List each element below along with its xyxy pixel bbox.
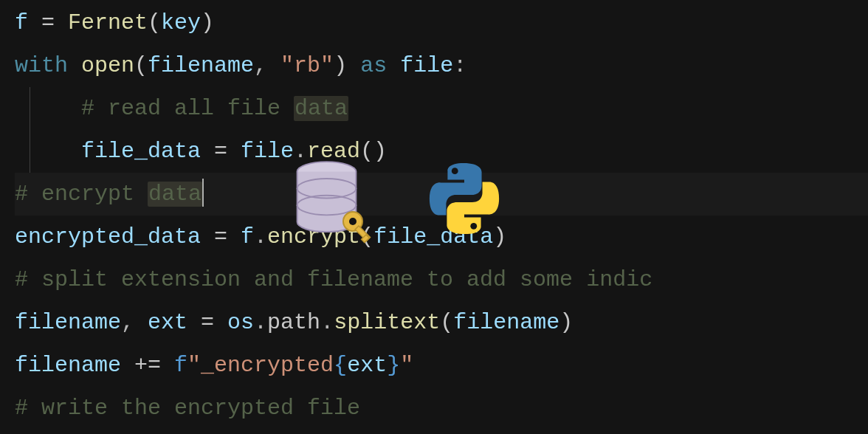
code-line[interactable]: filename, ext = os.path.splitext(filenam… <box>15 301 868 344</box>
comma: , <box>254 53 280 78</box>
dot: . <box>254 310 267 335</box>
variable: f <box>241 224 254 249</box>
paren: ( <box>148 10 161 35</box>
argument: key <box>161 10 201 35</box>
fstring-brace: } <box>387 353 400 378</box>
string-literal: "rb" <box>280 53 334 78</box>
key-icon <box>340 208 378 263</box>
property: path <box>267 310 320 335</box>
space <box>347 53 360 78</box>
comment: # read all file <box>81 96 294 121</box>
colon: : <box>453 53 466 78</box>
space <box>387 53 400 78</box>
operator: = <box>201 224 241 249</box>
function-call: Fernet <box>68 10 148 35</box>
highlighted-word: data <box>148 182 202 207</box>
keyword: as <box>360 53 387 78</box>
dot: . <box>254 224 267 249</box>
argument: filename <box>453 310 559 335</box>
string-literal: "_encrypted <box>187 353 334 378</box>
variable: ext <box>148 310 187 335</box>
fstring-brace: { <box>334 353 347 378</box>
svg-point-8 <box>470 223 477 230</box>
variable: file <box>241 139 294 164</box>
operator: = <box>28 10 68 35</box>
variable: filename <box>15 310 121 335</box>
keyword: with <box>15 53 68 78</box>
svg-point-7 <box>452 168 458 174</box>
fstring-variable: ext <box>347 353 387 378</box>
variable: file_data <box>81 139 201 164</box>
fstring-prefix: f <box>174 353 187 378</box>
highlighted-word: data <box>294 96 348 121</box>
variable: encrypted_data <box>15 224 201 249</box>
code-line[interactable]: # read all file data <box>15 87 868 130</box>
module: os <box>227 310 254 335</box>
variable: f <box>15 10 28 35</box>
comment: # split extension and filename to add so… <box>15 267 652 292</box>
method-call: splitext <box>334 310 440 335</box>
code-line[interactable]: f = Fernet(key) <box>15 1 868 44</box>
operator: = <box>187 310 227 335</box>
paren: ( <box>440 310 453 335</box>
builtin-function: open <box>81 53 134 78</box>
operator: = <box>201 139 241 164</box>
database-with-key-icon <box>292 160 362 254</box>
text-cursor <box>202 179 204 207</box>
dot: . <box>320 310 334 335</box>
argument: filename <box>148 53 254 78</box>
string-literal: " <box>400 353 413 378</box>
indent <box>15 139 81 164</box>
code-line[interactable]: # split extension and filename to add so… <box>15 258 868 301</box>
comma: , <box>121 310 148 335</box>
paren: ) <box>201 10 214 35</box>
operator: += <box>121 353 174 378</box>
code-line[interactable]: with open(filename, "rb") as file: <box>15 44 868 87</box>
code-line[interactable]: filename += f"_encrypted{ext}" <box>15 344 868 387</box>
indent <box>15 96 81 121</box>
space <box>68 53 81 78</box>
python-icon <box>424 159 504 255</box>
paren: ) <box>334 53 347 78</box>
variable: file <box>400 53 453 78</box>
overlay-icons <box>292 159 504 255</box>
variable: filename <box>15 353 121 378</box>
comment: # encrypt <box>15 182 148 207</box>
svg-point-4 <box>349 218 356 225</box>
paren: ) <box>559 310 573 335</box>
code-line[interactable]: # write the encrypted file <box>15 387 868 430</box>
comment: # write the encrypted file <box>15 396 360 421</box>
paren: ( <box>134 53 148 78</box>
